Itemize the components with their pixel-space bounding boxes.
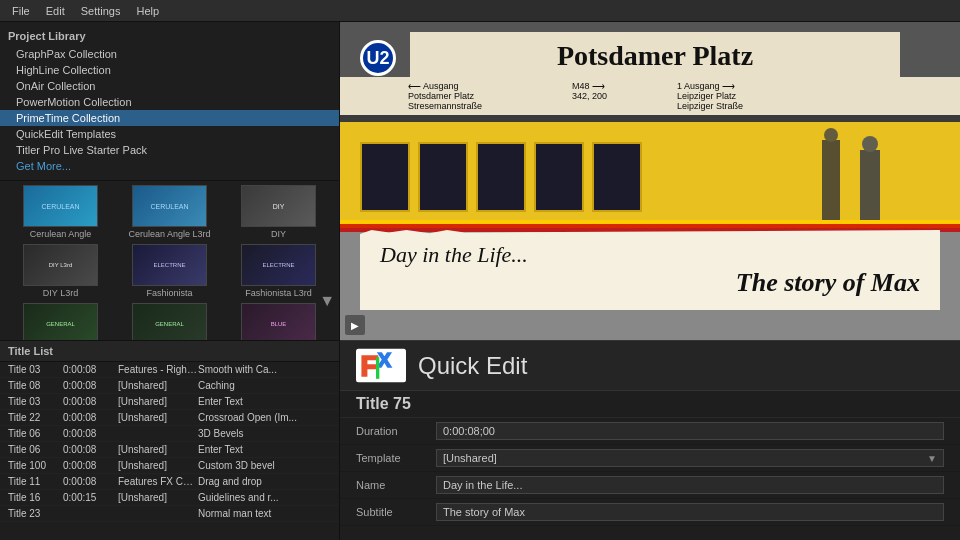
title-template: Custom 3D bevel: [198, 460, 331, 471]
template-diy-l3rd[interactable]: DIY L3rd DIY L3rd: [8, 244, 113, 299]
title-row[interactable]: Title 03 0:00:08 [Unshared] Enter Text: [0, 394, 339, 410]
library-item-primetime[interactable]: PrimeTime Collection: [0, 110, 339, 126]
template-general-l3rd[interactable]: GENERAL General Access L3rd: [117, 303, 222, 340]
template-grid: CERULEAN Cerulean Angle CERULEAN Cerulea…: [0, 181, 339, 340]
title-duration: 0:00:08: [63, 396, 118, 407]
title-template: Guidelines and r...: [198, 492, 331, 503]
qe-label-name: Name: [356, 479, 436, 491]
direction-right: 1 Ausgang ⟶Leipziger PlatzLeipziger Stra…: [677, 81, 743, 111]
qe-label-subtitle: Subtitle: [356, 506, 436, 518]
template-label: Cerulean Angle L3rd: [128, 229, 210, 240]
qe-label-duration: Duration: [356, 425, 436, 437]
qe-dropdown-value: [Unshared]: [443, 452, 497, 464]
qe-dropdown-template[interactable]: [Unshared] ▼: [436, 449, 944, 467]
title-shared: [118, 428, 198, 439]
template-label: DIY L3rd: [43, 288, 78, 299]
library-item-get-more[interactable]: Get More...: [0, 158, 339, 174]
library-item-quickedit[interactable]: QuickEdit Templates: [0, 126, 339, 142]
template-thumb-img: DIY: [241, 185, 316, 227]
template-thumb-img: BLUE: [241, 303, 316, 340]
title-row[interactable]: Title 11 0:00:08 Features FX Callout Dra…: [0, 474, 339, 490]
template-thumb-img: CERULEAN: [132, 185, 207, 227]
overlay-line2: The story of Max: [380, 268, 920, 298]
title-name: Title 22: [8, 412, 63, 423]
direction-m48: M48 ⟶342, 200: [572, 81, 607, 111]
title-shared: [Unshared]: [118, 492, 198, 503]
library-item-highline[interactable]: HighLine Collection: [0, 62, 339, 78]
grid-scroll-container: CERULEAN Cerulean Angle CERULEAN Cerulea…: [0, 181, 339, 340]
fx-logo: F F X X: [356, 348, 406, 383]
person-silhouette: [860, 150, 880, 220]
station-name-sign: Potsdamer Platz: [410, 32, 900, 80]
title-row[interactable]: Title 03 0:00:08 Features - Right side S…: [0, 362, 339, 378]
qe-field-subtitle: Subtitle: [340, 499, 960, 526]
title-shared: [Unshared]: [118, 380, 198, 391]
template-thumb-img: ELECTRNE: [132, 244, 207, 286]
title-template: Normal man text: [198, 508, 331, 519]
template-thumb-img: ELECTRNE: [241, 244, 316, 286]
library-item-powermotion[interactable]: PowerMotion Collection: [0, 94, 339, 110]
title-name: Title 06: [8, 428, 63, 439]
left-panel: Project Library GraphPax Collection High…: [0, 22, 340, 540]
template-thumb-img: GENERAL: [132, 303, 207, 340]
title-name: Title 03: [8, 396, 63, 407]
menu-settings[interactable]: Settings: [73, 3, 129, 19]
qe-title-row: Title 75: [340, 391, 960, 418]
template-diy[interactable]: DIY DIY: [226, 185, 331, 240]
title-template: Enter Text: [198, 444, 331, 455]
play-button[interactable]: ▶: [345, 315, 365, 335]
main-layout: Project Library GraphPax Collection High…: [0, 22, 960, 540]
title-template: Smooth with Ca...: [198, 364, 331, 375]
title-row[interactable]: Title 06 0:00:08 3D Bevels: [0, 426, 339, 442]
menu-help[interactable]: Help: [128, 3, 167, 19]
menubar: File Edit Settings Help: [0, 0, 960, 22]
title-list: Title List Title 03 0:00:08 Features - R…: [0, 340, 339, 540]
template-label: Fashionista L3rd: [245, 288, 312, 299]
title-template: 3D Bevels: [198, 428, 331, 439]
library-item-onair[interactable]: OnAir Collection: [0, 78, 339, 94]
qe-label-template: Template: [356, 452, 436, 464]
title-row[interactable]: Title 08 0:00:08 [Unshared] Caching: [0, 378, 339, 394]
title-list-header: Title List: [0, 341, 339, 362]
title-name: Title 03: [8, 364, 63, 375]
menu-file[interactable]: File: [4, 3, 38, 19]
title-row[interactable]: Title 16 0:00:15 [Unshared] Guidelines a…: [0, 490, 339, 506]
template-cerulean-l3rd[interactable]: CERULEAN Cerulean Angle L3rd: [117, 185, 222, 240]
template-cerulean-angle[interactable]: CERULEAN Cerulean Angle: [8, 185, 113, 240]
title-template: Drag and drop: [198, 476, 331, 487]
train-window: [360, 142, 410, 212]
direction-signs: ⟵ AusgangPotsdamer PlatzStresemannstraße…: [340, 77, 960, 115]
template-general[interactable]: GENERAL General Access: [8, 303, 113, 340]
qe-input-duration[interactable]: [436, 422, 944, 440]
menu-edit[interactable]: Edit: [38, 3, 73, 19]
scroll-down-arrow[interactable]: ▼: [315, 288, 339, 314]
title-name: Title 100: [8, 460, 63, 471]
u2-sign: U2: [360, 40, 396, 76]
title-shared: Features FX Callout: [118, 476, 198, 487]
title-row[interactable]: Title 06 0:00:08 [Unshared] Enter Text: [0, 442, 339, 458]
project-library: Project Library GraphPax Collection High…: [0, 22, 339, 181]
qe-input-name[interactable]: [436, 476, 944, 494]
template-fashionista[interactable]: ELECTRNE Fashionista: [117, 244, 222, 299]
library-item-titler-starter[interactable]: Titler Pro Live Starter Pack: [0, 142, 339, 158]
title-duration: [63, 508, 118, 519]
title-row[interactable]: Title 100 0:00:08 [Unshared] Custom 3D b…: [0, 458, 339, 474]
train-window: [592, 142, 642, 212]
library-item-graphpax[interactable]: GraphPax Collection: [0, 46, 339, 62]
title-name: Title 11: [8, 476, 63, 487]
title-row[interactable]: Title 23 Normal man text: [0, 506, 339, 522]
svg-text:F: F: [360, 349, 378, 382]
qe-title-label: Title 75: [356, 395, 411, 413]
template-thumb-img: CERULEAN: [23, 185, 98, 227]
station-ceiling: U2 Potsdamer Platz: [340, 22, 960, 82]
qe-input-subtitle[interactable]: [436, 503, 944, 521]
chevron-down-icon: ▼: [927, 453, 937, 464]
preview-scene: U2 Potsdamer Platz ⟵ AusgangPotsdamer Pl…: [340, 22, 960, 340]
title-shared: Features - Right side: [118, 364, 198, 375]
title-duration: 0:00:08: [63, 460, 118, 471]
quick-edit-title: Quick Edit: [418, 352, 527, 380]
template-thumb-img: DIY L3rd: [23, 244, 98, 286]
title-row[interactable]: Title 22 0:00:08 [Unshared] Crossroad Op…: [0, 410, 339, 426]
title-overlay: Day in the Life... The story of Max: [360, 230, 940, 310]
svg-text:X: X: [378, 349, 392, 371]
